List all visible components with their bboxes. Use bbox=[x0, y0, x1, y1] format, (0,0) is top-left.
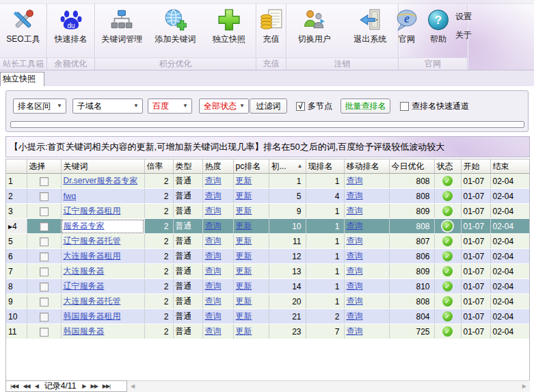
column-header[interactable]: 开始 bbox=[461, 159, 490, 174]
column-header[interactable]: 类型 bbox=[173, 159, 202, 174]
keyword-link[interactable]: 辽宁服务器租用 bbox=[64, 206, 121, 215]
multi-node-checkbox[interactable]: √ 多节点 bbox=[296, 101, 332, 112]
exit-door-button[interactable]: 退出系统 bbox=[343, 4, 399, 57]
subdomain-select[interactable]: 子域名▼ bbox=[72, 99, 143, 114]
pc-rank-link[interactable]: 更新 bbox=[236, 296, 252, 306]
hot-query-link[interactable]: 查询 bbox=[205, 281, 222, 291]
hot-query-link[interactable]: 查询 bbox=[205, 311, 222, 321]
column-header[interactable]: 热度 bbox=[202, 159, 233, 174]
first-record-icon[interactable]: |◀◀ bbox=[10, 381, 18, 391]
settings-button[interactable]: 设置 bbox=[455, 11, 472, 23]
hot-query-link[interactable]: 查询 bbox=[205, 221, 222, 231]
checkbox-checked-icon[interactable]: √ bbox=[296, 102, 305, 111]
pc-rank-link[interactable]: 更新 bbox=[236, 251, 252, 261]
search-engine-select[interactable]: 百度▼ bbox=[148, 99, 192, 114]
column-header[interactable]: 关键词 bbox=[61, 159, 144, 174]
pc-rank-link[interactable]: 更新 bbox=[236, 281, 252, 291]
mobile-rank-link[interactable]: 查询 bbox=[347, 326, 363, 336]
pc-rank-link[interactable]: 更新 bbox=[236, 311, 252, 321]
keyword-link[interactable]: Dr.server服务器专家 bbox=[64, 176, 138, 185]
keyword-link[interactable]: 大连服务器 bbox=[64, 266, 105, 276]
hot-query-link[interactable]: 查询 bbox=[205, 176, 222, 185]
pc-rank-link[interactable]: 更新 bbox=[236, 236, 252, 246]
scroll-right-icon[interactable]: ▶ bbox=[522, 381, 526, 392]
table-row[interactable]: 9大连服务器托管2普通查询更新201查询808✓01-0702-04 bbox=[6, 294, 529, 309]
mobile-rank-link[interactable]: 查询 bbox=[347, 251, 363, 261]
pc-rank-link[interactable]: 更新 bbox=[236, 206, 252, 215]
column-header[interactable]: 现排名 bbox=[306, 159, 344, 174]
baidu-paw-button[interactable]: du快速排名 bbox=[47, 4, 94, 57]
fast-prev-icon[interactable]: ◀◀ bbox=[23, 381, 29, 391]
mobile-rank-link[interactable]: 查询 bbox=[347, 206, 363, 215]
column-header[interactable]: 选择 bbox=[27, 159, 61, 174]
hot-query-link[interactable]: 查询 bbox=[205, 191, 222, 200]
row-checkbox[interactable] bbox=[40, 252, 49, 261]
fast-next-icon[interactable]: ▶▶ bbox=[90, 381, 97, 391]
coins-button[interactable]: 充值 bbox=[256, 4, 287, 57]
mobile-rank-link[interactable]: 查询 bbox=[347, 311, 363, 321]
row-checkbox[interactable] bbox=[40, 222, 49, 231]
table-row[interactable]: 8辽宁服务器2普通查询更新141查询810✓01-0702-04 bbox=[6, 279, 529, 294]
row-checkbox[interactable] bbox=[40, 192, 49, 201]
mobile-rank-link[interactable]: 查询 bbox=[347, 176, 363, 185]
row-checkbox[interactable] bbox=[40, 313, 49, 322]
ie-bubble-button[interactable]: e官网 bbox=[391, 4, 423, 57]
hot-query-link[interactable]: 查询 bbox=[205, 251, 222, 261]
row-checkbox[interactable] bbox=[40, 267, 49, 276]
hot-query-link[interactable]: 查询 bbox=[205, 206, 222, 215]
keyword-link[interactable]: 大连服务器托管 bbox=[64, 296, 121, 306]
column-header[interactable]: 今日优化 bbox=[389, 159, 434, 174]
hot-query-link[interactable]: 查询 bbox=[205, 266, 222, 276]
column-header[interactable]: 倍率 bbox=[144, 159, 173, 174]
checkbox-unchecked-icon[interactable] bbox=[400, 102, 409, 111]
org-chart-button[interactable]: 关键词管理 bbox=[95, 4, 148, 57]
prev-record-icon[interactable]: ◀ bbox=[35, 381, 38, 391]
pc-rank-link[interactable]: 更新 bbox=[236, 191, 252, 200]
hot-query-link[interactable]: 查询 bbox=[205, 236, 222, 246]
keyword-link[interactable]: 辽宁服务器托管 bbox=[64, 236, 121, 246]
row-checkbox[interactable] bbox=[40, 328, 49, 337]
scroll-left-icon[interactable]: ◀ bbox=[131, 381, 135, 392]
keyword-link[interactable]: 韩国服务器 bbox=[64, 326, 105, 336]
table-row[interactable]: 5辽宁服务器托管2普通查询更新111查询807✓01-0702-04 bbox=[6, 234, 529, 249]
globe-add-button[interactable]: 添加关键词 bbox=[148, 4, 202, 57]
column-header[interactable]: pc排名 bbox=[233, 159, 269, 174]
table-row[interactable]: 6大连服务器租用2普通查询更新121查询806✓01-0702-04 bbox=[6, 249, 529, 264]
hot-query-link[interactable]: 查询 bbox=[205, 296, 222, 306]
last-record-icon[interactable]: ▶▶| bbox=[103, 381, 110, 391]
mobile-rank-link[interactable]: 查询 bbox=[347, 236, 363, 246]
pc-rank-link[interactable]: 更新 bbox=[236, 326, 252, 336]
horizontal-scrollbar[interactable]: ◀ ▶ bbox=[127, 380, 530, 392]
column-header[interactable]: 初...▲ bbox=[269, 159, 306, 174]
mobile-rank-link[interactable]: 查询 bbox=[347, 221, 363, 231]
mobile-rank-link[interactable]: 查询 bbox=[347, 281, 363, 291]
pc-rank-link[interactable]: 更新 bbox=[236, 266, 252, 276]
keyword-link[interactable]: 大连服务器租用 bbox=[64, 251, 121, 261]
table-row[interactable]: 11韩国服务器2普通查询更新237查询725✓01-0702-04 bbox=[6, 324, 529, 339]
pc-rank-link[interactable]: 更新 bbox=[236, 176, 252, 185]
filter-words-button[interactable]: 过滤词 bbox=[250, 99, 287, 114]
table-row[interactable]: 2fwq2普通查询更新54查询808✓01-0702-04 bbox=[6, 189, 529, 204]
tab-standalone-snapshot[interactable]: 独立快照 bbox=[0, 72, 44, 86]
fast-channel-checkbox[interactable]: 查排名快速通道 bbox=[400, 101, 469, 112]
rank-range-select[interactable]: 排名区间▼ bbox=[13, 99, 66, 114]
row-checkbox[interactable] bbox=[40, 283, 49, 291]
table-row[interactable]: ▸4服务器专家2普通查询更新101查询808✓01-0702-04 bbox=[6, 219, 529, 234]
help-button[interactable]: ?帮助 bbox=[423, 4, 454, 57]
column-header[interactable] bbox=[6, 159, 27, 174]
table-row[interactable]: 10韩国服务器租用2普通查询更新212查询804✓01-0702-04 bbox=[6, 309, 529, 324]
switch-user-button[interactable]: 切换用户 bbox=[286, 4, 343, 57]
status-select[interactable]: 全部状态▼ bbox=[199, 99, 249, 114]
table-row[interactable]: 1Dr.server服务器专家2普通查询更新11查询808✓01-0702-04 bbox=[6, 174, 529, 189]
keyword-link[interactable]: fwq bbox=[64, 192, 77, 201]
batch-rank-query-button[interactable]: 批量查排名 bbox=[341, 99, 390, 114]
green-plus-button[interactable]: 独立快照 bbox=[202, 4, 256, 57]
next-record-icon[interactable]: ▶ bbox=[82, 381, 85, 391]
mobile-rank-link[interactable]: 查询 bbox=[347, 266, 363, 276]
row-checkbox[interactable] bbox=[40, 237, 49, 246]
column-header[interactable]: 状态 bbox=[434, 159, 461, 174]
column-header[interactable]: 移动排名 bbox=[344, 159, 389, 174]
keyword-link[interactable]: 服务器专家 bbox=[64, 221, 105, 231]
row-checkbox[interactable] bbox=[40, 298, 49, 306]
table-row[interactable]: 3辽宁服务器租用2普通查询更新91查询809✓01-0702-04 bbox=[6, 204, 529, 219]
